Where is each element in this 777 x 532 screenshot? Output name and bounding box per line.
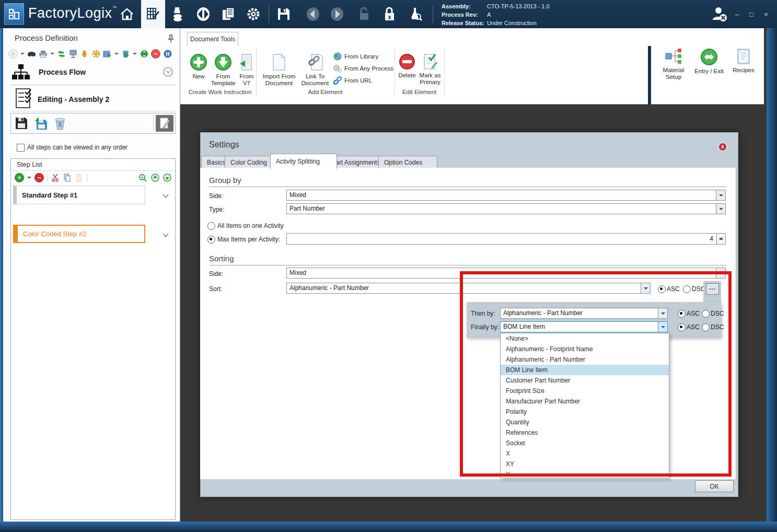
entry-exit-button[interactable]: Entry / Exit	[690, 48, 728, 75]
finally-by-dsc-radio[interactable]	[702, 323, 710, 331]
more-sort-button[interactable]: ...	[706, 283, 719, 295]
dropdown-option[interactable]: Quantity	[501, 417, 669, 427]
chevron-down-icon[interactable]	[641, 283, 650, 293]
dropdown-option[interactable]: Socket	[501, 438, 669, 448]
feeders-button[interactable]	[169, 5, 187, 23]
then-by-select[interactable]: Alphanumeric - Part Number	[500, 308, 668, 319]
any-order-checkbox[interactable]	[17, 144, 25, 152]
import-step-button[interactable]	[32, 115, 50, 132]
lock-release-button[interactable]: x	[380, 5, 398, 23]
step-item-color-coded[interactable]: Color Coded Step #2	[13, 225, 145, 243]
add-step-caret-icon[interactable]	[27, 177, 31, 181]
settings-gear-button[interactable]	[245, 5, 262, 23]
then-by-dsc-radio[interactable]	[702, 310, 710, 318]
dropdown-option[interactable]: Alphanumeric - Footprint Name	[501, 344, 669, 354]
step2-expand-chevron[interactable]	[163, 232, 169, 239]
new-instruction-button[interactable]: New	[186, 53, 211, 80]
add-step-icon[interactable]: +	[15, 173, 24, 182]
tab-document-tools[interactable]: Document Tools	[187, 32, 238, 46]
close-button[interactable]: ×	[760, 9, 772, 20]
maximize-button[interactable]: □	[745, 9, 758, 20]
dropdown-option[interactable]: References	[501, 427, 669, 438]
tab-option-codes[interactable]: Option Codes	[378, 156, 437, 168]
max-items-input[interactable]: 4	[286, 233, 726, 245]
dropdown-option[interactable]: XY	[501, 459, 669, 469]
dropdown-option[interactable]: Polarity	[501, 407, 669, 417]
tab-activity-splitting[interactable]: Activity Splitting	[270, 154, 337, 169]
sorting-side-select[interactable]: Mixed	[286, 268, 726, 279]
delete-step-icon[interactable]	[121, 50, 130, 59]
process-swap-icon[interactable]	[57, 50, 66, 59]
dropdown-option[interactable]: Footprint Size	[501, 386, 669, 396]
from-v7-button[interactable]: From V7	[236, 53, 257, 87]
spinner-icon[interactable]	[716, 234, 725, 244]
cut-icon[interactable]	[51, 174, 60, 182]
chevron-down-icon[interactable]	[658, 308, 667, 318]
remove-step-icon[interactable]: −	[34, 173, 44, 182]
export-folder-icon[interactable]	[103, 50, 112, 59]
delete-caret-icon[interactable]	[133, 53, 137, 57]
options-gear-icon[interactable]	[91, 50, 100, 59]
minimize-button[interactable]: –	[730, 9, 743, 20]
dropdown-option[interactable]: Customer Part Number	[501, 375, 669, 386]
step-item-standard[interactable]: Standard Step #1	[13, 186, 145, 204]
export-caret-icon[interactable]	[114, 53, 119, 57]
print-icon[interactable]	[39, 50, 48, 59]
unlock-button[interactable]	[355, 5, 373, 23]
group-type-select[interactable]: Part Number	[286, 203, 726, 214]
from-url-button[interactable]: From URL	[333, 76, 372, 85]
process-definition-button[interactable]	[141, 0, 165, 28]
chevron-down-icon[interactable]	[716, 190, 725, 200]
finally-by-select[interactable]: BOM Line Item	[500, 321, 668, 332]
zoom-step-icon[interactable]: +	[138, 174, 147, 182]
stop-icon[interactable]: −	[151, 49, 160, 59]
sync-button[interactable]	[194, 5, 212, 23]
sort-asc-radio[interactable]	[658, 285, 666, 293]
recipes-button[interactable]: Recipes	[729, 48, 758, 74]
dropdown-option-selected[interactable]: BOM Line Item	[501, 365, 669, 375]
refresh-icon[interactable]	[140, 50, 148, 59]
find-icon[interactable]	[27, 50, 36, 59]
print-caret-icon[interactable]	[50, 53, 54, 57]
alert-bell-icon[interactable]	[80, 50, 89, 59]
edit-document-button[interactable]	[156, 115, 173, 132]
from-any-process-button[interactable]: From Any Process	[333, 64, 393, 73]
move-down-icon[interactable]	[163, 174, 171, 182]
then-by-asc-radio[interactable]	[678, 310, 686, 318]
presentation-icon[interactable]	[68, 50, 77, 59]
test-search-button[interactable]	[407, 5, 424, 23]
chevron-down-icon[interactable]	[658, 322, 667, 332]
chevron-down-icon[interactable]	[716, 268, 725, 278]
from-library-button[interactable]: From Library	[333, 52, 378, 61]
process-flow-label[interactable]: Process Flow	[39, 68, 86, 76]
import-from-document-button[interactable]: Import From Document	[258, 53, 300, 87]
back-button[interactable]	[304, 5, 322, 23]
from-template-button[interactable]: From Template	[208, 53, 238, 87]
dropdown-option[interactable]: <None>	[501, 333, 669, 344]
group-side-select[interactable]: Mixed	[286, 190, 726, 201]
mark-as-primary-button[interactable]: Mark as Primary	[415, 53, 445, 86]
sort-dsc-radio[interactable]	[683, 285, 691, 293]
forward-button[interactable]	[328, 5, 346, 23]
radio-all-items[interactable]	[207, 222, 215, 230]
collapse-process-flow-button[interactable]	[163, 67, 173, 77]
home-button[interactable]	[118, 5, 136, 23]
step1-expand-chevron[interactable]	[163, 192, 169, 200]
dialog-close-icon[interactable]: x	[718, 142, 727, 152]
sort-select[interactable]: Alphanumeric - Part Number	[286, 283, 651, 294]
dropdown-option[interactable]: Manufacturer Part Number	[501, 396, 669, 407]
material-setup-button[interactable]: Material Setup	[657, 48, 690, 80]
move-up-icon[interactable]	[150, 174, 159, 182]
pause-icon[interactable]	[163, 50, 172, 59]
discard-step-button[interactable]	[51, 115, 69, 132]
documents-button[interactable]	[219, 5, 237, 23]
pin-icon[interactable]	[167, 34, 175, 44]
chevron-down-icon[interactable]	[716, 204, 725, 214]
user-session-button[interactable]	[711, 5, 728, 25]
radio-max-items[interactable]	[207, 236, 215, 244]
add-caret-icon[interactable]	[20, 53, 25, 57]
dropdown-option[interactable]: X	[501, 448, 669, 459]
link-to-document-button[interactable]: Link To Document	[297, 53, 333, 87]
copy-icon[interactable]	[63, 174, 72, 182]
finally-by-asc-radio[interactable]	[678, 323, 686, 331]
